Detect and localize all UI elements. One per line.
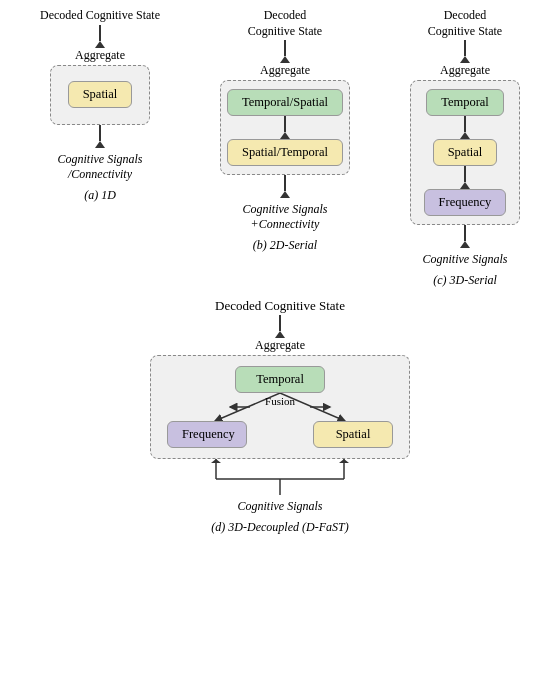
2d-temporal-spatial: Temporal/Spatial [227, 89, 343, 116]
3d-dashed-box: Temporal Spatial Frequency [410, 80, 520, 225]
3d-temporal: Temporal [426, 89, 504, 116]
2d-arrow-bot-line [284, 175, 286, 191]
bottom-title: Decoded Cognitive State [215, 298, 345, 314]
2d-inner-arrow-head [280, 132, 290, 139]
3d-inner-head1 [460, 132, 470, 139]
2d-input-label: Cognitive Signals+Connectivity [242, 202, 327, 232]
panel-1d: Decoded Cognitive State Aggregate Spatia… [40, 8, 160, 288]
3d-spatial: Spatial [433, 139, 498, 166]
panel-3d: DecodedCognitive State Aggregate Tempora… [410, 8, 520, 288]
2d-arrow-bot-head [280, 191, 290, 198]
bottom-spatial: Spatial [313, 421, 393, 448]
3d-inner-head2 [460, 182, 470, 189]
bottom-arrow-top-line [279, 315, 281, 331]
bottom-aggregate: Aggregate [255, 338, 305, 353]
1d-aggregate: Aggregate [75, 48, 125, 63]
3d-arrow-top-head [460, 56, 470, 63]
branch-svg [150, 459, 410, 495]
top-row: Decoded Cognitive State Aggregate Spatia… [10, 8, 550, 288]
1d-arrow-bot-line [99, 125, 101, 141]
bottom-fusion-label: Fusion [265, 395, 295, 407]
2d-title: DecodedCognitive State [248, 8, 322, 39]
1d-spatial-module: Spatial [68, 81, 133, 108]
3d-inner-line2 [464, 166, 466, 182]
3d-input-label: Cognitive Signals [422, 252, 507, 267]
3d-frequency: Frequency [424, 189, 507, 216]
2d-dashed-box: Temporal/Spatial Spatial/Temporal [220, 80, 350, 175]
1d-title: Decoded Cognitive State [40, 8, 160, 24]
1d-dashed-box: Spatial [50, 65, 150, 125]
3d-arrow-bot-head [460, 241, 470, 248]
2d-arrow-top-head [280, 56, 290, 63]
3d-arrow-top-line [464, 40, 466, 56]
3d-caption: (c) 3D-Serial [433, 273, 497, 288]
1d-input-label: Cognitive Signals/Connectivity [57, 152, 142, 182]
bottom-caption: (d) 3D-Decoupled (D-FaST) [211, 520, 348, 535]
bottom-dashed-box: Temporal [150, 355, 410, 459]
bottom-frequency: Frequency [167, 421, 247, 448]
svg-marker-9 [339, 459, 349, 463]
2d-inner-arrow-line [284, 116, 286, 132]
3d-arrow-bot-line [464, 225, 466, 241]
bottom-temporal: Temporal [235, 366, 325, 393]
1d-caption: (a) 1D [84, 188, 116, 203]
1d-arrow-top-head [95, 41, 105, 48]
bottom-arrow-top-head [275, 331, 285, 338]
1d-arrow-bot-head [95, 141, 105, 148]
1d-arrow-top-line [99, 25, 101, 41]
main-container: Decoded Cognitive State Aggregate Spatia… [0, 0, 560, 543]
panel-bottom: Decoded Cognitive State Aggregate Tempor… [130, 298, 430, 535]
bottom-branch-arrows [150, 459, 410, 495]
3d-aggregate: Aggregate [440, 63, 490, 78]
2d-arrow-top-line [284, 40, 286, 56]
2d-spatial-temporal: Spatial/Temporal [227, 139, 343, 166]
bottom-row: Decoded Cognitive State Aggregate Tempor… [10, 298, 550, 535]
3d-inner-line1 [464, 116, 466, 132]
bottom-input-label: Cognitive Signals [238, 499, 323, 514]
panel-2d: DecodedCognitive State Aggregate Tempora… [220, 8, 350, 288]
3d-title: DecodedCognitive State [428, 8, 502, 39]
svg-marker-8 [211, 459, 221, 463]
2d-caption: (b) 2D-Serial [253, 238, 317, 253]
2d-aggregate: Aggregate [260, 63, 310, 78]
